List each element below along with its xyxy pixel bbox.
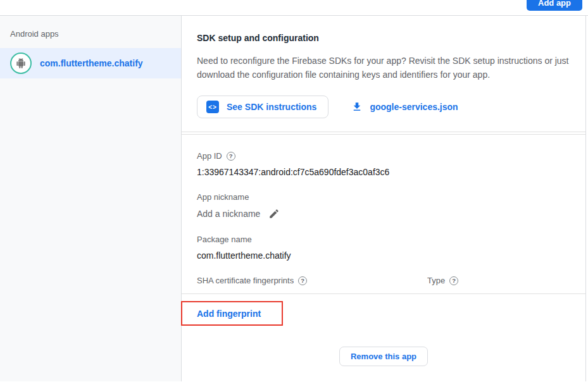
see-sdk-instructions-button[interactable]: <> See SDK instructions [197,96,328,118]
nickname-field: App nickname Add a nickname [197,192,570,219]
code-brackets-icon: <> [206,101,219,113]
edit-nickname-button[interactable] [268,208,280,219]
details-footer: Add fingerprint Remove this app [182,294,585,381]
app-id-value: 1:33967143347:android:cf7c5a690fdef3ac0a… [197,167,570,177]
package-name-label: Package name [197,235,570,244]
nickname-value-row: Add a nickname [197,208,570,219]
add-app-button[interactable]: Add app [527,0,582,11]
app-id-label-text: App ID [197,151,222,161]
help-icon[interactable]: ? [298,276,307,285]
app-id-field: App ID ? 1:33967143347:android:cf7c5a690… [197,151,570,177]
nickname-label: App nickname [197,192,570,202]
package-name-value: com.fluttertheme.chatify [197,250,570,261]
app-id-label: App ID ? [197,151,570,161]
sidebar-app-name: com.fluttertheme.chatify [40,58,143,68]
help-icon[interactable]: ? [449,276,458,285]
download-icon [351,101,363,113]
sha-label-text: SHA certificate fingerprints [197,276,294,285]
firebase-app-settings-page: Add app Android apps com.fluttertheme.ch… [0,0,588,382]
topbar: Add app [0,0,588,16]
remove-app-button[interactable]: Remove this app [339,347,428,366]
main-panel: SDK setup and configuration Need to reco… [182,16,586,381]
sdk-card-description: Need to reconfigure the Firebase SDKs fo… [197,54,570,82]
config-file-label: google-services.json [370,102,458,112]
sidebar-item-app[interactable]: com.fluttertheme.chatify [0,48,181,78]
add-fingerprint-link[interactable]: Add fingerprint [197,309,261,319]
package-field: Package name com.fluttertheme.chatify [197,235,570,261]
annotation-highlight-box: Add fingerprint [181,301,283,326]
app-details-card: App ID ? 1:33967143347:android:cf7c5a690… [182,134,585,293]
sidebar-section-label: Android apps [0,16,181,48]
apps-sidebar: Android apps com.fluttertheme.chatify [0,16,182,381]
sdk-actions-row: <> See SDK instructions google-services.… [197,96,570,118]
android-robot-icon [10,52,32,74]
help-icon[interactable]: ? [227,152,235,161]
nickname-placeholder: Add a nickname [197,209,260,219]
content-split: Android apps com.fluttertheme.chatify SD… [0,16,588,381]
sha-header-row: SHA certificate fingerprints ? Type ? [197,276,570,293]
sha-fingerprints-header: SHA certificate fingerprints ? [197,276,427,285]
pencil-icon [268,208,280,219]
see-sdk-instructions-label: See SDK instructions [227,102,316,112]
sdk-setup-card: SDK setup and configuration Need to reco… [182,16,585,132]
type-column-header: Type ? [427,276,458,285]
download-config-link[interactable]: google-services.json [351,101,458,113]
type-label-text: Type [427,276,445,285]
sdk-card-title: SDK setup and configuration [197,33,570,43]
